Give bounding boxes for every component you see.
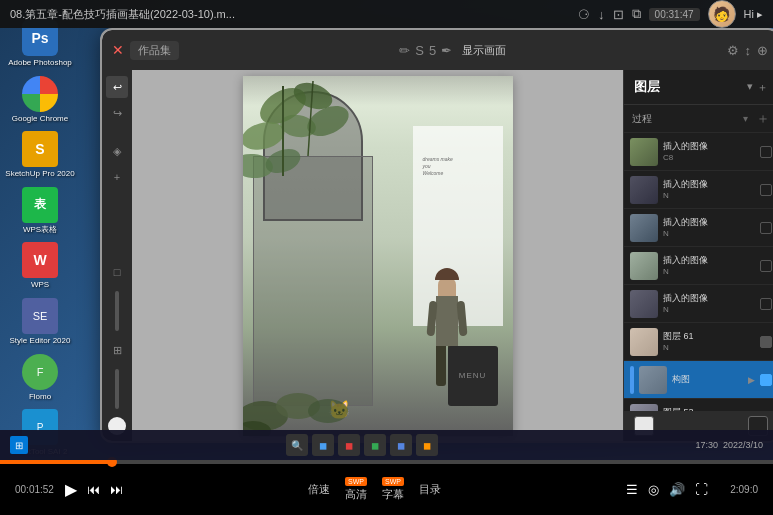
transform-icon[interactable]: ↕ [745,43,752,58]
progress-bar[interactable] [0,460,773,464]
picture-in-picture-icon[interactable]: ⊡ [613,7,624,22]
layer-item[interactable]: 图层 61 N [624,323,773,361]
taskbar-app4[interactable]: ◼ [390,434,412,456]
share-icon[interactable]: ⚆ [578,7,590,22]
drawing-area: ↩ ↪ ◈ + □ ⊞ [102,70,773,441]
volume-button[interactable]: 🔊 [669,482,685,497]
desktop-icon-chrome[interactable]: Google Chrome [5,76,75,124]
layer-thumbnail [630,404,658,412]
desktop-icon-sketchup[interactable]: S SketchUp Pro 2020 [5,131,75,179]
layer-mode: N [663,267,755,276]
icon-label: Google Chrome [12,114,68,124]
layer-item[interactable]: 图层 53 N [624,399,773,411]
layers-list: 插入的图像 C8 插入的图像 N [624,133,773,411]
layer-item[interactable]: 插入的图像 N [624,247,773,285]
controls-row: 00:01:52 ▶ ⏮ ⏭ 倍速 SWP 高清 SWP 字幕 目录 [0,464,773,515]
avatar[interactable]: 🧑 [708,0,736,28]
layer-item-active[interactable]: 构图 ▶ [624,361,773,399]
taskbar-search[interactable]: 🔍 [286,434,308,456]
filter-row[interactable]: 过程 ▾ ＋ [624,105,773,133]
taskbar-app5[interactable]: ◼ [416,434,438,456]
desktop-icon-style[interactable]: SE Style Editor 2020 [5,298,75,346]
play-button[interactable]: ▶ [65,480,77,499]
layer-item[interactable]: 插入的图像 N [624,285,773,323]
panel-collapse-icon[interactable]: ▾ [747,80,753,95]
layer-item[interactable]: 插入的图像 C8 [624,133,773,171]
filter-plus-icon[interactable]: ＋ [756,110,770,128]
fullscreen-button[interactable]: ⛶ [695,482,708,497]
color-picker[interactable]: □ [106,261,128,283]
eraser-tool[interactable]: 5 [429,43,436,58]
plants-svg [243,76,393,276]
progress-fill [0,460,112,464]
filter-chevron-icon[interactable]: ▾ [743,113,748,124]
layer-thumbnail [630,176,658,204]
icon-label: Style Editor 2020 [10,336,71,346]
download-icon[interactable]: ↓ [598,7,605,22]
adjust-icon[interactable]: ⚙ [727,43,739,58]
settings-button[interactable]: ◎ [648,482,659,497]
modifier-tool[interactable]: ◈ [106,140,128,162]
smudge-tool[interactable]: S [415,43,424,58]
layer-thumbnail [630,290,658,318]
subtitle-label: 字幕 [382,487,404,502]
subtitle-button[interactable]: SWP 字幕 [382,477,404,503]
layer-visibility-checkbox[interactable] [760,146,772,158]
select-icon[interactable]: ⊕ [757,43,768,58]
layer-visibility-checkbox[interactable] [760,260,772,272]
layer-visibility-checkbox[interactable] [760,298,772,310]
expand-icon[interactable]: ▶ [748,375,755,385]
screenshot-icon[interactable]: ⧉ [632,6,641,22]
taskbar-app3[interactable]: ◼ [364,434,386,456]
artwork-canvas: dreams makeyouWelcome [243,76,513,436]
panel-add-icon[interactable]: ＋ [757,80,768,95]
close-button[interactable]: ✕ [112,42,124,58]
quality-label: 高清 [345,487,367,502]
desktop-icon-wps-table[interactable]: 表 WPS表格 [5,187,75,235]
speed-button[interactable]: 倍速 [308,482,330,497]
menu-board: MENU [448,346,498,406]
layer-visibility-checkbox[interactable] [760,222,772,234]
taskbar-app1[interactable]: ◼ [312,434,334,456]
drawing-tools: ✏ S 5 ✒ [399,43,452,58]
layer-item[interactable]: 插入的图像 N [624,171,773,209]
icon-label: Flomo [29,392,51,402]
prev-chapter-button[interactable]: ⏮ [87,482,100,497]
layers-tool[interactable]: ⊞ [106,339,128,361]
title-bar: 08.第五章-配色技巧插画基础(2022-03-10).m... ⚆ ↓ ⊡ ⧉… [0,0,773,28]
layer-item[interactable]: 插入的图像 N [624,209,773,247]
controls-right: ☰ ◎ 🔊 ⛶ [626,482,708,497]
panel-header-icons: ▾ ＋ [747,80,768,95]
panel-header: 图层 ▾ ＋ [624,70,773,105]
list-button[interactable]: ☰ [626,482,638,497]
windows-start-btn[interactable]: ⊞ [10,436,28,454]
layer-visibility-checkbox[interactable] [760,336,772,348]
portfolio-button[interactable]: 作品集 [130,41,179,60]
filter-label: 过程 [632,112,652,126]
layer-visibility-checkbox[interactable] [760,184,772,196]
brush-tool[interactable]: ✏ [399,43,410,58]
layer-visibility-checkbox[interactable] [760,374,772,386]
size-slider[interactable] [115,369,119,409]
layer-info: 插入的图像 N [663,255,755,276]
redo-tool[interactable]: ↪ [106,102,128,124]
quality-button[interactable]: SWP 高清 [345,477,367,503]
layer-name: 插入的图像 [663,141,755,153]
catalog-button[interactable]: 目录 [419,482,441,497]
screen-content: Ps Adobe Photoshop Google Chrome S Sketc… [0,0,773,460]
desktop-icon-wps[interactable]: W WPS [5,242,75,290]
undo-tool[interactable]: ↩ [106,76,128,98]
sign-panel: dreams makeyouWelcome [413,126,503,326]
taskbar-center: 🔍 ◼ ◼ ◼ ◼ ◼ [286,434,438,456]
desktop-icon-flomo[interactable]: F Flomo [5,354,75,402]
next-chapter-button[interactable]: ⏭ [110,482,123,497]
layer-thumbnail [630,138,658,166]
opacity-slider[interactable] [115,291,119,331]
layer-name: 插入的图像 [663,255,755,267]
hi-label[interactable]: Hi ▸ [744,8,763,21]
icon-label: SketchUp Pro 2020 [5,169,74,179]
taskbar-app2[interactable]: ◼ [338,434,360,456]
selection-tool[interactable]: ✒ [441,43,452,58]
layers-panel: 图层 ▾ ＋ 过程 ▾ ＋ [623,70,773,441]
zoom-tool[interactable]: + [106,166,128,188]
